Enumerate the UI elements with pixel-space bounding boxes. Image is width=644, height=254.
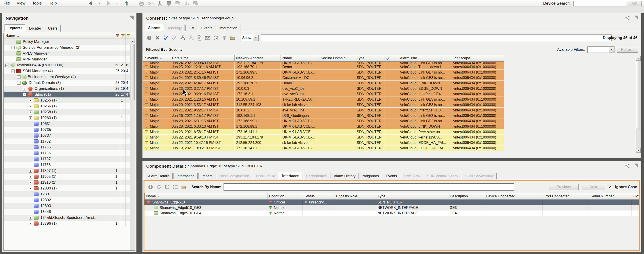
next-button[interactable]: Next (582, 184, 605, 190)
back-arrow-icon[interactable] (87, 1, 94, 6)
alarm-scrollbar-thumb[interactable] (636, 61, 640, 129)
menu-tools[interactable]: Tools (29, 1, 45, 6)
critical-flag-column-header[interactable] (115, 33, 120, 39)
alarm-row[interactable]: MajorJun 25, 2021 12:01:16 AM IST192.168… (143, 64, 504, 70)
console-icon[interactable] (166, 1, 172, 6)
expand-icon[interactable]: + (11, 46, 15, 49)
alarm-row[interactable]: MajorJun 28, 2021 6:31:15 AM IST172.168.… (143, 118, 504, 124)
collapse-icon[interactable]: − (11, 70, 15, 73)
forward-history-dropdown-icon[interactable] (114, 1, 121, 6)
alarm-column-header-type[interactable]: Type (355, 55, 384, 61)
tree-item-12801[interactable]: 12801 (4, 191, 130, 197)
component-detail-tab-impact[interactable]: Impact (198, 173, 216, 179)
pin-icon[interactable] (634, 15, 639, 21)
clear-alarm-icon[interactable] (154, 34, 161, 42)
scroll-down-icon[interactable]: ▼ (636, 148, 640, 153)
show-dropdown[interactable]: Show ▼ (240, 35, 259, 41)
chevron-down-icon[interactable]: ▼ (609, 47, 614, 53)
alarm-row[interactable]: MajorJun 23, 2021 3:27:17 PM IST10.0.0.3… (143, 86, 504, 91)
tree-item-default-domain-3[interactable]: −Default Domain (3)25204 (4, 80, 130, 86)
alarm-row[interactable]: MajorJun 24, 2021 5:39:46 PM IST10.96.96… (143, 75, 504, 81)
interface-column-header-status[interactable]: Status (303, 193, 334, 199)
share-icon[interactable] (625, 163, 630, 168)
expand-icon[interactable]: + (29, 111, 32, 114)
previous-button[interactable]: Previous (549, 184, 579, 190)
tree-item-lvntest006434-0x1000000[interactable]: −lvntest006434 (0x1000000)60216 (4, 62, 130, 68)
locked-console-icon[interactable] (174, 1, 181, 6)
expand-icon[interactable]: + (17, 75, 20, 79)
alarm-info-icon[interactable] (145, 34, 153, 42)
expand-icon[interactable]: + (29, 175, 32, 178)
expand-icon[interactable]: + (29, 105, 32, 108)
search-by-name-input[interactable] (224, 183, 514, 191)
alarm-scrollbar[interactable]: ▲ ▼ (636, 56, 640, 153)
interface-row[interactable]: Shanavas_Edge510_GE3NormalNETWORK_INTERF… (144, 205, 639, 210)
component-detail-tab-sdn-serviceview[interactable]: SDN ServiceView (462, 173, 497, 179)
alarm-row[interactable]: MajorJun 26, 2021 1:15:17 PM IST192.168.… (143, 113, 504, 118)
info-icon[interactable] (147, 183, 154, 191)
navigation-tab-users[interactable]: Users (45, 25, 60, 32)
alarm-row[interactable]: MajorJun 22, 2021 9:20:16 PM IST172.16.3… (143, 91, 504, 97)
expand-icon[interactable]: + (29, 181, 32, 184)
menu-view[interactable]: View (13, 1, 29, 6)
tree-item-11732[interactable]: 11732 (4, 138, 130, 144)
tree-item-10258-1[interactable]: +10258 (1) (4, 109, 130, 115)
tree-item-13448[interactable]: 13448 (4, 209, 130, 215)
expand-tree-icon[interactable] (163, 183, 171, 191)
refresh-icon[interactable] (155, 183, 163, 191)
alarm-column-header-alarm-title[interactable]: Alarm Title (398, 55, 451, 61)
component-detail-tab-performance[interactable]: Performance (303, 173, 330, 179)
expand-icon[interactable]: + (29, 116, 32, 120)
interface-row[interactable]: Shanavas_Edge510_GE4NormalNETWORK_INTERF… (144, 210, 639, 216)
tree-item-vpls-manager[interactable]: VPLS Manager (4, 51, 130, 56)
tree-item-10263-1[interactable]: +10263 (1)1 (4, 115, 130, 121)
alarm-column-header-date-time[interactable]: Date/Time (170, 55, 234, 61)
alarm-row[interactable]: MinorJun 22, 2021 10:47:16 PM IST212.55.… (143, 140, 504, 145)
tree-item-134afd-gesch-spuistraat-amst[interactable]: +134afd.Gesch. Spuistraat, Amst... (4, 215, 130, 221)
expand-icon[interactable]: + (29, 216, 32, 219)
filter-icon[interactable] (220, 34, 228, 42)
alarm-column-header-severity[interactable]: Severity▲ (143, 55, 170, 61)
interface-column-header-condition[interactable]: Condition (268, 193, 303, 199)
contents-tab-alarms[interactable]: Alarms (145, 24, 163, 31)
tree-item-10631[interactable]: 10631 (4, 121, 130, 127)
collapse-icon[interactable]: − (17, 81, 20, 85)
menu-help[interactable]: Help (45, 1, 60, 6)
tree-item-10735[interactable]: 10735 (4, 127, 130, 133)
tree-scrollbar[interactable]: ▲ (130, 39, 135, 250)
tree-item-business-intent-overlays-4[interactable]: +Business Intent Overlays (4) (4, 74, 130, 80)
component-detail-tab-root-cause[interactable]: Root Cause (253, 173, 278, 179)
chevron-down-icon[interactable]: ▼ (253, 35, 258, 41)
tree-item-11897-1[interactable]: +11897 (1)1 (4, 168, 130, 174)
interface-column-header-name[interactable]: Name▲ (145, 193, 268, 199)
alarm-row[interactable]: MajorJun 26, 2021 1:20:16 AM IST10.105.5… (143, 97, 504, 102)
contents-tab-events[interactable]: Events (198, 25, 216, 31)
contents-tab-topology[interactable]: Topology (164, 25, 185, 31)
alarm-row[interactable]: MajorJun 28, 2021 6:33:13 AM IST172.168.… (143, 124, 504, 129)
tree-item-11758[interactable]: 11758 (4, 162, 130, 168)
interface-column-header-serial-number[interactable]: Serial Number (589, 193, 632, 199)
interface-column-header-port-connected[interactable]: Port Connected (543, 193, 589, 199)
available-filters-dropdown[interactable]: ▼ (588, 47, 614, 53)
user-locator-icon[interactable] (156, 1, 163, 6)
tree-item-12803[interactable]: 12803 (4, 203, 130, 209)
component-detail-tab-alarm-details[interactable]: Alarm Details (145, 173, 172, 179)
alarm-column-header-network-address[interactable]: Network Address (234, 55, 281, 61)
acknowledge-alarm-icon[interactable] (162, 34, 170, 42)
component-detail-tab-host-configuration[interactable]: Host Configuration (216, 173, 252, 179)
ignore-case-checkbox[interactable]: ✓ (608, 185, 612, 189)
tree-item-sdn-manager-4[interactable]: −SDN Manager (4)26204 (4, 68, 130, 74)
expand-icon[interactable]: + (29, 169, 32, 173)
alarm-row[interactable]: MajorJun 20, 2021 3:53:17 AM IST212.55.2… (143, 102, 504, 108)
component-detail-tab-path-view[interactable]: Path View (401, 173, 423, 179)
list-view-icon[interactable] (172, 183, 179, 191)
alarm-column-header-acknowledged[interactable] (384, 55, 398, 61)
component-detail-tab-interfaces[interactable]: Interfaces (279, 172, 302, 179)
interface-row[interactable]: Shanavas_Edge510Criticalunreacha...SDN_R… (144, 200, 639, 205)
tree-item-12802[interactable]: 12802 (4, 197, 130, 203)
major-flag-column-header[interactable] (120, 33, 126, 39)
navigation-tab-explorer[interactable]: Explorer (4, 24, 25, 32)
tree-item-vpn-manager[interactable]: VPN Manager (4, 56, 130, 62)
alarm-row[interactable]: MajorJun 24, 2021 6:09:40 PM IST193.117.… (143, 62, 504, 64)
print-icon[interactable] (138, 1, 145, 6)
